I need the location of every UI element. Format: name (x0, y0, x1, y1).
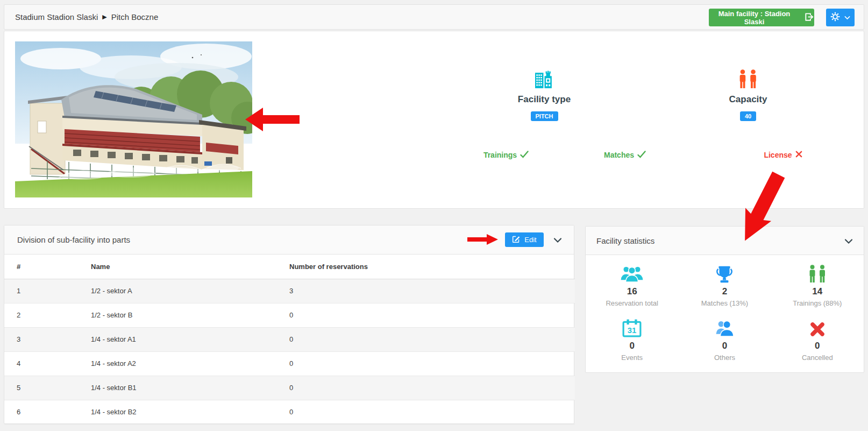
capacity-label: Capacity (729, 94, 767, 105)
division-panel-title: Division of sub-facility into parts (17, 235, 130, 244)
breadcrumb-current: Pitch Boczne (111, 12, 159, 22)
row-reservations-cell: 0 (277, 376, 575, 400)
two-person-icon (807, 264, 828, 283)
row-name-cell: 1/4 - sektor B2 (79, 400, 277, 424)
row-name-cell: 1/4 - sektor A1 (79, 327, 277, 351)
stat-value: 14 (812, 286, 822, 297)
settings-button[interactable] (826, 9, 855, 26)
row-index-cell: 1 (4, 279, 79, 303)
stat-events: 31 0 Events (586, 313, 678, 367)
person-pair-icon (714, 318, 735, 337)
cross-icon (795, 151, 802, 159)
statistics-grid: 16 Reservation total 2 Matches (13%) (586, 255, 864, 372)
facility-type-block: Facility type PITCH (490, 66, 598, 121)
breadcrumb-parent[interactable]: Stadium Stadion Slaski (15, 12, 98, 22)
facility-page: Stadium Stadion Slaski ▶ Pitch Boczne Ma… (0, 0, 868, 431)
stat-label: Matches (13%) (701, 299, 748, 307)
breadcrumb: Stadium Stadion Slaski ▶ Pitch Boczne (15, 12, 158, 22)
stat-trainings: 14 Trainings (88%) (771, 258, 864, 313)
trainings-flag: Trainings (474, 149, 538, 161)
row-index-cell: 6 (4, 400, 79, 424)
table-row: 5 1/4 - sektor B1 0 (4, 376, 575, 400)
overview-panel: Facility type PITCH Capacity 40 Training… (4, 31, 864, 209)
col-header-reservations: Number of reservations (277, 255, 575, 279)
main-facility-button[interactable]: Main facility : Stadion Slaski (709, 9, 814, 26)
row-name-cell: 1/2 - sektor B (79, 303, 277, 327)
collapse-chevron-icon[interactable] (844, 237, 853, 246)
breadcrumb-separator-icon: ▶ (102, 13, 106, 20)
row-index-cell: 4 (4, 351, 79, 376)
stat-label: Trainings (88%) (793, 299, 842, 307)
capacity-block: Capacity 40 (694, 66, 802, 121)
stat-matches: 2 Matches (13%) (678, 258, 771, 313)
table-row: 6 1/4 - sektor B2 0 (4, 400, 575, 424)
stat-label: Others (714, 354, 735, 362)
statistics-panel-title: Facility statistics (596, 236, 654, 245)
stat-others: 0 Others (678, 313, 771, 367)
row-index-cell: 5 (4, 376, 79, 400)
facility-type-badge: PITCH (531, 111, 558, 121)
row-name-cell: 1/2 - sektor A (79, 279, 277, 303)
capacity-badge: 40 (740, 111, 756, 121)
license-flag-label: License (764, 151, 792, 159)
license-flag: License (751, 149, 815, 161)
trainings-flag-label: Trainings (483, 151, 517, 159)
row-reservations-cell: 0 (277, 400, 575, 424)
edit-icon (512, 235, 520, 245)
exit-icon (804, 12, 814, 24)
stat-cancelled: 0 Cancelled (771, 313, 864, 367)
table-row: 4 1/4 - sektor A2 0 (4, 351, 575, 376)
calendar-icon: 31 (622, 318, 642, 337)
chevron-down-icon (844, 13, 850, 22)
division-panel: Division of sub-facility into parts Edit (4, 225, 574, 424)
edit-button[interactable]: Edit (505, 232, 544, 247)
row-reservations-cell: 3 (277, 279, 575, 303)
collapse-chevron-icon[interactable] (553, 236, 562, 245)
row-name-cell: 1/4 - sektor B1 (79, 376, 277, 400)
stat-label: Cancelled (802, 354, 833, 362)
trophy-icon (715, 264, 734, 283)
stat-label: Reservation total (606, 299, 658, 307)
table-row: 2 1/2 - sektor B 0 (4, 303, 575, 327)
check-icon (637, 151, 646, 160)
gear-icon (830, 12, 840, 23)
matches-flag: Matches (593, 149, 657, 161)
stat-label: Events (621, 354, 643, 362)
stat-value: 2 (722, 286, 727, 297)
col-header-index: # (4, 255, 79, 279)
matches-flag-label: Matches (604, 151, 634, 159)
calendar-icon-text: 31 (628, 326, 636, 335)
division-panel-header: Division of sub-facility into parts Edit (4, 225, 574, 255)
row-reservations-cell: 0 (277, 327, 575, 351)
row-reservations-cell: 0 (277, 303, 575, 327)
stat-value: 0 (815, 341, 820, 351)
row-index-cell: 2 (4, 303, 79, 327)
table-header-row: # Name Number of reservations (4, 255, 575, 279)
cross-bold-icon (809, 318, 826, 337)
statistics-panel-header: Facility statistics (586, 227, 864, 255)
main-facility-label: Main facility : Stadion Slaski (709, 10, 800, 26)
col-header-name: Name (79, 255, 277, 279)
table-row: 3 1/4 - sektor A1 0 (4, 327, 575, 351)
facility-type-label: Facility type (518, 94, 571, 105)
stat-value: 0 (629, 341, 634, 351)
row-reservations-cell: 0 (277, 351, 575, 376)
edit-button-label: Edit (524, 236, 536, 244)
table-row: 1 1/2 - sektor A 3 (4, 279, 575, 303)
topbar: Stadium Stadion Slaski ▶ Pitch Boczne Ma… (4, 4, 864, 30)
group-icon (620, 264, 644, 283)
buildings-icon (535, 69, 554, 89)
row-name-cell: 1/4 - sektor A2 (79, 351, 277, 376)
check-icon (520, 151, 529, 160)
stat-value: 0 (722, 341, 727, 351)
capacity-people-icon (737, 69, 759, 89)
statistics-panel: Facility statistics (585, 226, 864, 373)
sub-facility-table: # Name Number of reservations 1 1/2 - se… (4, 255, 575, 425)
facility-photo (15, 41, 252, 197)
stat-reservation-total: 16 Reservation total (586, 258, 678, 313)
row-index-cell: 3 (4, 327, 79, 351)
stat-value: 16 (627, 286, 637, 297)
